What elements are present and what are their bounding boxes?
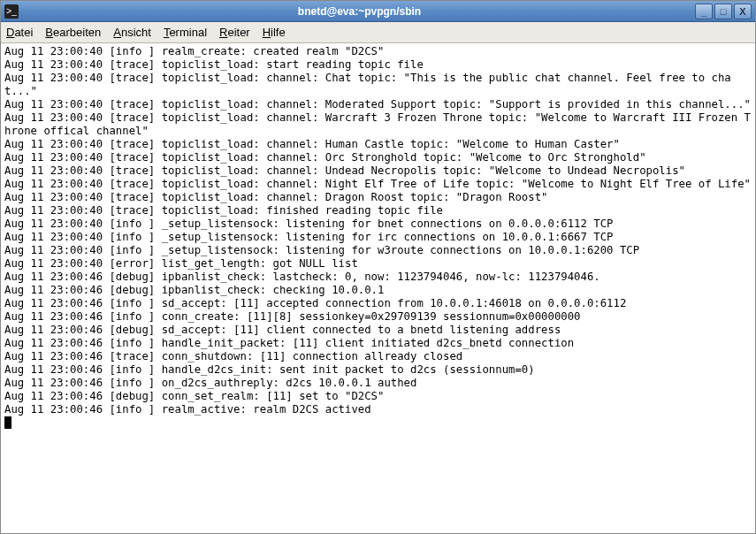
menu-hilfe[interactable]: Hilfe [263,26,286,39]
log-line: Aug 11 23:00:40 [info ] realm_create: cr… [4,45,752,58]
log-line: Aug 11 23:00:46 [debug] sd_accept: [11] … [4,324,752,337]
menu-terminal[interactable]: Terminal [164,26,207,39]
menu-datei[interactable]: Datei [6,26,33,39]
maximize-button[interactable]: □ [714,4,732,19]
terminal-output[interactable]: Aug 11 23:00:40 [info ] realm_create: cr… [1,43,755,533]
log-line: Aug 11 23:00:40 [trace] topiclist_load: … [4,58,752,72]
cursor [4,416,11,429]
log-line: Aug 11 23:00:40 [trace] topiclist_load: … [4,178,752,191]
log-line: Aug 11 23:00:46 [info ] on_d2cs_authrepl… [4,377,752,390]
log-line: Aug 11 23:00:46 [debug] conn_set_realm: … [4,390,752,403]
log-line: Aug 11 23:00:46 [trace] conn_shutdown: [… [4,350,752,363]
log-line: Aug 11 23:00:40 [info ] _setup_listensoc… [4,231,752,244]
log-line: Aug 11 23:00:46 [info ] handle_init_pack… [4,337,752,350]
log-line: Aug 11 23:00:40 [trace] topiclist_load: … [4,72,752,98]
menu-bar: Datei Bearbeiten Ansicht Terminal Reiter… [1,22,755,43]
window-controls: _ □ X [695,4,752,19]
log-line: Aug 11 23:00:46 [info ] sd_accept: [11] … [4,297,752,310]
log-line: Aug 11 23:00:40 [trace] topiclist_load: … [4,191,752,204]
log-line: Aug 11 23:00:40 [trace] topiclist_load: … [4,138,752,151]
menu-ansicht[interactable]: Ansicht [113,26,151,39]
log-line: Aug 11 23:00:40 [trace] topiclist_load: … [4,204,752,217]
title-bar: >_ bnetd@eva:~pvpgn/sbin _ □ X [1,1,755,22]
log-line: Aug 11 23:00:40 [trace] topiclist_load: … [4,111,752,138]
log-line: Aug 11 23:00:40 [info ] _setup_listensoc… [4,244,752,257]
log-line: Aug 11 23:00:40 [trace] topiclist_load: … [4,98,752,111]
log-line: Aug 11 23:00:46 [debug] ipbanlist_check:… [4,284,752,297]
log-line: Aug 11 23:00:46 [info ] conn_create: [11… [4,310,752,324]
log-line: Aug 11 23:00:40 [trace] topiclist_load: … [4,151,752,164]
log-line: Aug 11 23:00:46 [info ] realm_active: re… [4,403,752,416]
log-line: Aug 11 23:00:46 [info ] handle_d2cs_init… [4,363,752,377]
log-line: Aug 11 23:00:40 [info ] _setup_listensoc… [4,217,752,231]
menu-reiter[interactable]: Reiter [219,26,250,39]
log-line: Aug 11 23:00:40 [error] list_get_length:… [4,257,752,271]
window-title: bnetd@eva:~pvpgn/sbin [24,5,695,18]
app-icon: >_ [4,4,19,19]
menu-bearbeiten[interactable]: Bearbeiten [45,26,101,39]
close-button[interactable]: X [734,4,752,19]
minimize-button[interactable]: _ [695,4,713,19]
log-line: Aug 11 23:00:46 [debug] ipbanlist_check:… [4,271,752,284]
log-line: Aug 11 23:00:40 [trace] topiclist_load: … [4,164,752,178]
